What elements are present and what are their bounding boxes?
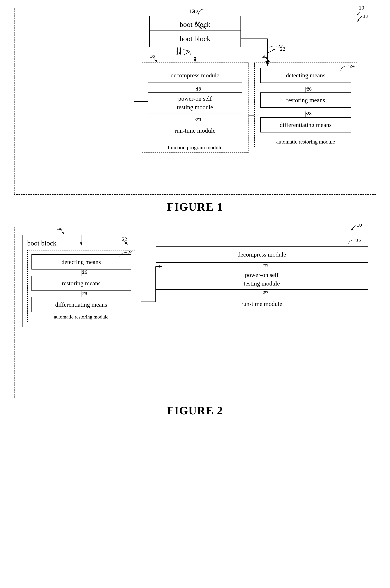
fig1-ref24-pos: 24 (340, 65, 355, 73)
svg-text:18: 18 (263, 262, 268, 268)
figure2-container: 10 12 (14, 227, 376, 427)
fig1-ref22-callout: 22 (269, 45, 289, 56)
fig2-inner-layout: 12 boot block (22, 235, 368, 327)
fig1-label: FIGURE 1 (14, 200, 376, 213)
svg-text:18: 18 (196, 86, 201, 92)
fig2-boot-outer: boot block 22 (22, 235, 140, 327)
fig2-detecting-means: detecting means (32, 254, 131, 269)
svg-text:14: 14 (176, 46, 181, 52)
fig1-hline-boot-right (241, 39, 268, 39)
svg-text:22: 22 (262, 55, 268, 59)
fig2-differentiating-means: differentiating means (32, 297, 131, 312)
fig2-decompress: decompress module (156, 247, 368, 263)
fig2-boot-title-row: boot block 22 (27, 239, 135, 247)
fig1-decompress: decompress module (148, 68, 243, 83)
fig1-ref12-label: 12 (189, 8, 195, 14)
svg-text:26: 26 (307, 86, 312, 92)
fig1-ref14-callout: 14 (176, 48, 199, 62)
fig2-ref22-pos: 22 (122, 238, 137, 247)
svg-line-47 (351, 225, 356, 231)
svg-text:24: 24 (128, 252, 133, 255)
fig1-right-dashed: 22 24 detecting means (254, 63, 357, 147)
fig2-ref16-pos: 16 (347, 239, 362, 246)
fig2-ref24-pos: 24 (119, 252, 134, 260)
fig1-differentiating-means: differentiating means (260, 117, 351, 132)
fig1-ref10-pos: 10 (351, 15, 371, 25)
svg-text:20: 20 (263, 290, 268, 295)
fig1-ref22-pos: 22 (262, 55, 281, 64)
fig2-auto-dashed: 24 detecting means 26 (27, 250, 135, 322)
fig1-boot-block-main: boot block (149, 30, 241, 47)
svg-text:28: 28 (82, 291, 87, 296)
svg-text:12: 12 (56, 227, 62, 231)
fig2-ref10-pos: 10 (345, 224, 364, 234)
svg-text:16: 16 (356, 239, 361, 243)
fig2-auto-label: automatic restoring module (54, 314, 108, 320)
svg-text:10: 10 (363, 15, 368, 19)
svg-line-24 (357, 16, 362, 22)
fig2-restoring-means: restoring means (32, 276, 131, 291)
svg-text:22: 22 (122, 236, 127, 242)
fig1-left-label: function program module (168, 144, 222, 151)
fig1-detecting-means: detecting means (260, 68, 351, 83)
fig1-outer-box: 10 ↙ 12 ⌐ 12 boot block (14, 8, 376, 195)
svg-text:24: 24 (349, 65, 354, 69)
fig1-arrow-right (265, 61, 269, 64)
fig1-left-dashed: 16 decompress module 18 (142, 63, 248, 153)
svg-text:20: 20 (196, 117, 201, 122)
fig2-boot-title-text: boot block (27, 239, 56, 247)
fig1-post-module: power-on self testing module (148, 92, 243, 113)
fig2-label: FIGURE 2 (14, 404, 376, 417)
fig1-runtime-module: run-time module (148, 123, 243, 138)
fig2-left-side: 12 boot block (22, 235, 140, 327)
fig1-vline-right (267, 39, 268, 63)
fig1-right-label: automatic restoring module (276, 139, 335, 145)
fig1-restoring-means: restoring means (260, 92, 351, 108)
figure1-container: 10 ↙ 12 ⌐ 12 boot block (14, 8, 376, 223)
fig2-post-module: power-on self testing module (156, 269, 368, 290)
svg-text:26: 26 (82, 269, 87, 275)
fig2-outer-box: 10 12 (14, 227, 376, 398)
fig1-ref16-pos: 16 (150, 55, 169, 64)
svg-text:12: 12 (194, 22, 199, 26)
fig1-hline-middle (248, 116, 254, 116)
page-content: 10 ↙ 12 ⌐ 12 boot block (11, 8, 379, 431)
svg-text:10: 10 (357, 224, 362, 228)
fig1-ref12-svg (194, 7, 213, 17)
fig2-right-side: 16 decompress module 18 (156, 235, 368, 327)
svg-text:16: 16 (150, 55, 155, 59)
fig1-ref12-pos: 12 (194, 22, 213, 32)
fig2-runtime-module: run-time module (156, 296, 368, 312)
svg-text:22: 22 (278, 43, 283, 49)
svg-text:28: 28 (307, 111, 312, 117)
